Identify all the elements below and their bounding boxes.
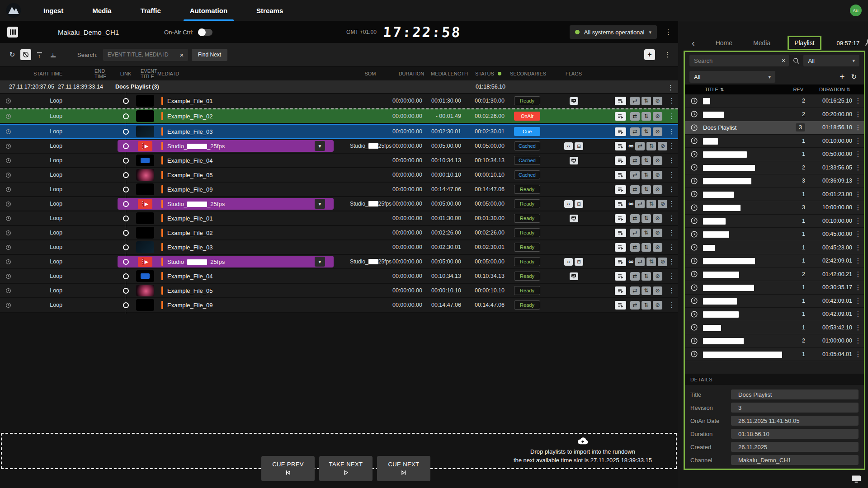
queue-actions-icon[interactable] [615, 272, 626, 281]
system-status-dropdown[interactable]: All systems operational ▾ [570, 25, 657, 39]
playlist-row[interactable]: 3 10:00:00.00 ⋮ [685, 201, 864, 215]
playlist-row[interactable]: 1 02:42:09.01 ⋮ [685, 254, 864, 268]
link-node[interactable] [117, 269, 135, 283]
tab-ingest[interactable]: Ingest [41, 0, 66, 21]
search-clear-icon[interactable]: × [175, 49, 188, 61]
queue-actions-icon[interactable] [615, 301, 626, 310]
queue-actions-icon[interactable] [615, 185, 626, 194]
event-thumbnail[interactable] [136, 285, 154, 296]
playlist-kebab-icon[interactable]: ⋮ [852, 230, 864, 238]
grid-icon[interactable]: ⊞ [575, 258, 583, 266]
repeat-icon[interactable]: ⇄ [630, 243, 640, 252]
cue-prev-button[interactable]: CUE PREV [261, 456, 315, 481]
playlist-row[interactable]: 1 00:10:00.00 ⋮ [685, 215, 864, 228]
channel-menu-kebab-icon[interactable]: ⋮ [665, 28, 672, 36]
col-link[interactable]: LINK [117, 67, 135, 80]
sort-icon[interactable]: ⇅ [847, 87, 850, 92]
queue-actions-icon[interactable] [615, 171, 626, 179]
queue-actions-icon[interactable] [615, 214, 626, 223]
event-title[interactable]: Example_File_02 [167, 113, 212, 120]
reorder-icon[interactable]: ⇅ [642, 156, 651, 165]
event-thumbnail[interactable] [136, 183, 154, 195]
queue-actions-icon[interactable] [615, 127, 626, 136]
queue-actions-icon[interactable] [615, 142, 626, 150]
disabled-flag-icon[interactable]: ⊘ [653, 112, 662, 121]
playlist-row[interactable]: 1 00:45:23.00 ⋮ [685, 241, 864, 255]
grid-icon[interactable]: ⊞ [575, 142, 583, 150]
take-next-button[interactable]: TAKE NEXT [319, 456, 373, 481]
event-title[interactable]: Example_File_01 [167, 215, 212, 222]
disabled-flag-icon[interactable]: ⊘ [653, 185, 662, 194]
playlist-kebab-icon[interactable]: ⋮ [852, 270, 864, 278]
repeat-icon[interactable]: ⇄ [630, 214, 640, 223]
repeat-icon[interactable]: ⇄ [630, 301, 640, 310]
disabled-flag-icon[interactable]: ⊘ [653, 229, 662, 237]
disabled-flag-icon[interactable]: ⊘ [653, 214, 662, 223]
repeat-icon[interactable]: ⇄ [630, 229, 640, 237]
search-icon[interactable] [793, 57, 800, 65]
col-event-title[interactable]: EVENT TITLE [135, 67, 156, 80]
playlist-kebab-icon[interactable]: ⋮ [852, 217, 864, 225]
playlist-row[interactable]: 3 00:36:09.13 ⋮ [685, 174, 864, 188]
link-node[interactable] [117, 255, 135, 268]
link-node[interactable] [117, 94, 135, 108]
playlist-kebab-icon[interactable]: ⋮ [852, 257, 864, 265]
col-duration[interactable]: DURATION [392, 67, 430, 80]
queue-actions-icon[interactable] [615, 258, 626, 266]
event-kebab-icon[interactable]: ⋮ [669, 156, 675, 164]
playlist-row[interactable]: 1 00:10:00.00 ⋮ [685, 135, 864, 148]
event-title[interactable]: Studio__25fps [167, 201, 225, 207]
link-node[interactable] [117, 240, 135, 254]
event-title[interactable]: Example_File_03 [167, 244, 212, 251]
playlist-row[interactable]: Docs Playlist 3 01:18:56.10 ⋮ [685, 121, 864, 135]
playlist-group-row[interactable]: 27.11 17:20:37.05 27.11 18:39:33.14 Docs… [0, 80, 678, 94]
refresh-icon[interactable]: ↻ [7, 49, 18, 60]
back-chevron-icon[interactable]: ‹ [692, 38, 695, 48]
expand-event-chevron-icon[interactable]: ▼ [315, 141, 325, 151]
col-start-time[interactable]: START TIME [16, 67, 77, 80]
event-title[interactable]: Example_File_03 [167, 128, 212, 135]
col-som[interactable]: SOM [348, 67, 392, 80]
playlist-row[interactable]: 1 00:42:09.01 ⋮ [685, 308, 864, 321]
disabled-flag-icon[interactable]: ⊘ [653, 97, 662, 105]
channel-monitor-icon[interactable] [851, 474, 862, 483]
queue-actions-icon[interactable] [615, 156, 626, 165]
add-event-button[interactable]: + [644, 49, 655, 60]
event-title[interactable]: Example_File_04 [167, 157, 212, 164]
repeat-icon[interactable]: ⇄ [630, 112, 640, 121]
disabled-flag-icon[interactable]: ⊘ [653, 286, 662, 295]
link-node[interactable] [117, 183, 135, 196]
col-title[interactable]: TITLE [705, 87, 718, 92]
playlist-row[interactable]: 1 00:53:42.10 ⋮ [685, 321, 864, 335]
event-kebab-icon[interactable]: ⋮ [669, 301, 675, 309]
playlist-kebab-icon[interactable]: ⋮ [852, 190, 864, 198]
side-nav-home[interactable]: Home [716, 39, 732, 47]
reorder-icon[interactable]: ⇅ [642, 185, 651, 194]
monitor-icon[interactable] [570, 215, 578, 222]
code-icon[interactable]: ‹› [564, 200, 573, 208]
playlist-row[interactable]: 2 01:00:00.00 ⋮ [685, 334, 864, 348]
playlist-category-select[interactable]: All ▾ [803, 55, 859, 66]
playlist-kebab-icon[interactable]: ⋮ [852, 324, 864, 332]
playlist-row[interactable]: 2 01:33:56.05 ⋮ [685, 161, 864, 175]
link-node[interactable] [117, 298, 135, 312]
event-kebab-icon[interactable]: ⋮ [669, 185, 675, 193]
event-thumbnail[interactable] [136, 212, 154, 224]
link-node[interactable] [117, 226, 135, 239]
tab-automation[interactable]: Automation [187, 0, 230, 21]
event-thumbnail[interactable]: ▶ [136, 256, 154, 267]
playlist-kebab-icon[interactable]: ⋮ [852, 177, 864, 185]
event-thumbnail[interactable] [136, 299, 154, 311]
tab-streams[interactable]: Streams [254, 0, 286, 21]
queue-actions-icon[interactable] [615, 229, 626, 237]
event-kebab-icon[interactable]: ⋮ [669, 286, 675, 295]
side-nav-media[interactable]: Media [753, 39, 770, 47]
rundown-event-row[interactable]: ▼ Loop ▶ Studio__25fps Studio_25fps 00:0… [0, 255, 678, 269]
reorder-icon[interactable]: ⇅ [646, 142, 656, 150]
repeat-icon[interactable]: ⇄ [635, 258, 645, 266]
reorder-icon[interactable]: ⇅ [642, 97, 651, 105]
reorder-icon[interactable]: ⇅ [646, 258, 656, 266]
event-kebab-icon[interactable]: ⋮ [669, 142, 675, 150]
repeat-icon[interactable]: ⇄ [630, 272, 640, 281]
event-thumbnail[interactable] [136, 95, 154, 107]
